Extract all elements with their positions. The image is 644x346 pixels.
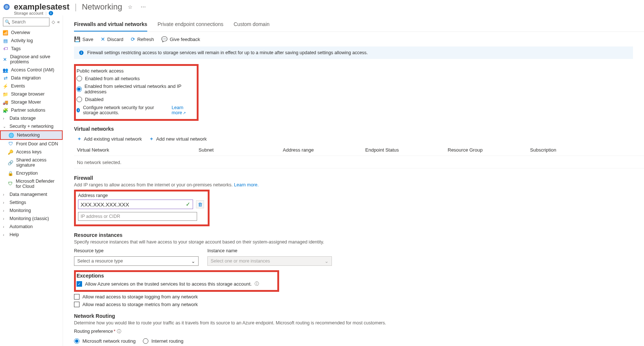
sidebar-group-data-storage[interactable]: ›Data storage bbox=[0, 114, 63, 122]
sidebar-group-monitoring-classic[interactable]: ›Monitoring (classic) bbox=[0, 215, 63, 223]
sidebar-group-data-management[interactable]: ›Data management bbox=[0, 190, 63, 198]
external-link-icon: ↗ bbox=[183, 111, 186, 115]
chevron-right-icon: › bbox=[3, 193, 7, 197]
exception-trusted-services[interactable]: ✓ Allow Azure services on the trusted se… bbox=[77, 281, 259, 287]
trash-icon: 🗑 bbox=[198, 202, 203, 207]
info-icon[interactable]: ⓘ bbox=[117, 329, 121, 334]
pna-option-selected-networks[interactable]: Enabled from selected virtual networks a… bbox=[77, 83, 193, 94]
svg-point-1 bbox=[5, 5, 8, 9]
col-subnet: Subnet bbox=[199, 147, 283, 153]
refresh-button[interactable]: ⟳Refresh bbox=[131, 36, 154, 42]
sidebar-item-access-keys[interactable]: 🔑Access keys bbox=[0, 148, 63, 156]
expand-icon[interactable]: ◇ bbox=[52, 19, 55, 25]
chevron-down-icon: ⌄ bbox=[191, 258, 195, 264]
sidebar-group-monitoring[interactable]: ›Monitoring bbox=[0, 207, 63, 215]
sidebar-item-overview[interactable]: 📶Overview bbox=[0, 29, 63, 37]
discard-button[interactable]: ✕Discard bbox=[101, 36, 123, 42]
sidebar-item-shared-access-signature[interactable]: 🔗Shared access signature bbox=[0, 156, 63, 169]
sidebar-item-tags[interactable]: 🏷Tags bbox=[0, 45, 63, 53]
sidebar-item-access-control[interactable]: 👥Access Control (IAM) bbox=[0, 66, 63, 74]
sidebar-group-settings[interactable]: ›Settings bbox=[0, 198, 63, 207]
pna-option-disabled[interactable]: Disabled bbox=[77, 97, 193, 102]
add-existing-vnet-button[interactable]: ＋Add existing virtual network bbox=[77, 135, 142, 142]
sidebar-item-activity-log[interactable]: ▤Activity log bbox=[0, 37, 63, 45]
more-actions-icon[interactable]: ⋯ bbox=[138, 4, 148, 10]
resource-name: examplesatest bbox=[14, 2, 70, 12]
pna-option-all-networks[interactable]: Enabled from all networks bbox=[77, 76, 193, 81]
info-icon[interactable]: i bbox=[49, 11, 53, 15]
sidebar-item-storage-browser[interactable]: 📁Storage browser bbox=[0, 90, 63, 98]
resource-type-label: Resource type bbox=[74, 248, 199, 253]
pna-learn-more-link[interactable]: Learn more↗ bbox=[172, 105, 193, 115]
network-routing-desc: Determine how you would like to route yo… bbox=[74, 320, 644, 325]
delete-address-button[interactable]: 🗑 bbox=[196, 200, 204, 208]
sidebar-item-data-migration[interactable]: ⇄Data migration bbox=[0, 74, 63, 82]
sidebar-item-events[interactable]: ⚡Events bbox=[0, 82, 63, 90]
sidebar-item-encryption[interactable]: 🔒Encryption bbox=[0, 169, 63, 177]
pna-title: Public network access bbox=[77, 68, 193, 74]
feedback-button[interactable]: 💬Give feedback bbox=[161, 36, 200, 42]
tab-custom-domain[interactable]: Custom domain bbox=[234, 19, 270, 31]
resource-type-dropdown[interactable]: Select a resource type ⌄ bbox=[74, 256, 199, 266]
radio-selected-icon bbox=[74, 338, 79, 344]
sidebar-group-automation[interactable]: ›Automation bbox=[0, 223, 63, 231]
info-banner-text: Firewall settings restricting access to … bbox=[87, 50, 368, 55]
discard-icon: ✕ bbox=[101, 36, 105, 42]
pna-config-text: Configure network security for your stor… bbox=[83, 105, 169, 115]
sidebar-group-help[interactable]: ›Help bbox=[0, 231, 63, 239]
sidebar-item-diagnose[interactable]: ✕Diagnose and solve problems bbox=[0, 53, 63, 66]
add-new-vnet-button[interactable]: ＋Add new virtual network bbox=[149, 135, 207, 142]
routing-internet[interactable]: Internet routing bbox=[143, 338, 183, 344]
chevron-right-icon: › bbox=[3, 217, 7, 221]
firewall-title: Firewall bbox=[74, 175, 644, 181]
chevron-down-icon: ⌄ bbox=[325, 258, 329, 264]
title-separator: | bbox=[75, 2, 77, 12]
tab-private-endpoints[interactable]: Private endpoint connections bbox=[158, 19, 223, 31]
firewall-learn-more-link[interactable]: Learn more. bbox=[234, 182, 259, 187]
resource-type-label: Storage account | i bbox=[14, 11, 644, 15]
tab-firewalls[interactable]: Firewalls and virtual networks bbox=[74, 19, 147, 31]
sidebar-item-partner-solutions[interactable]: 🧩Partner solutions bbox=[0, 106, 63, 114]
collapse-icon[interactable]: « bbox=[57, 19, 60, 25]
sidebar: 🔍 ◇ « 📶Overview ▤Activity log 🏷Tags ✕Dia… bbox=[0, 15, 63, 346]
vnet-title: Virtual networks bbox=[74, 126, 644, 132]
sidebar-item-storage-mover[interactable]: 🚚Storage Mover bbox=[0, 98, 63, 106]
address-range-input[interactable]: XXX.XXX.XXX.XXX ✓ bbox=[78, 200, 193, 209]
events-icon: ⚡ bbox=[3, 83, 8, 89]
mover-icon: 🚚 bbox=[3, 100, 8, 105]
sidebar-item-defender[interactable]: 🛡Microsoft Defender for Cloud bbox=[0, 177, 63, 190]
chevron-down-icon: ⌄ bbox=[3, 124, 7, 129]
sidebar-item-networking[interactable]: 🌐Networking bbox=[0, 130, 63, 140]
save-icon: 💾 bbox=[74, 36, 80, 42]
col-virtual-network: Virtual Network bbox=[74, 147, 199, 153]
sidebar-group-security-networking[interactable]: ⌄Security + networking bbox=[0, 122, 63, 130]
routing-microsoft[interactable]: Microsoft network routing bbox=[74, 338, 136, 344]
tabs: Firewalls and virtual networks Private e… bbox=[74, 19, 644, 32]
search-icon: 🔍 bbox=[5, 19, 10, 25]
plus-icon: ＋ bbox=[149, 135, 154, 142]
checkbox-icon bbox=[74, 302, 79, 307]
radio-icon bbox=[77, 76, 82, 81]
chevron-right-icon: › bbox=[3, 233, 7, 237]
favorite-star-icon[interactable]: ☆ bbox=[126, 4, 135, 10]
save-button[interactable]: 💾Save bbox=[74, 36, 93, 42]
exception-read-metrics[interactable]: Allow read access to storage metrics fro… bbox=[74, 302, 644, 307]
sidebar-item-front-door-cdn[interactable]: 🛡Front Door and CDN bbox=[0, 140, 63, 148]
info-icon: i bbox=[77, 108, 80, 112]
radio-icon bbox=[77, 97, 82, 102]
checkbox-icon bbox=[74, 294, 79, 300]
resource-instances-desc: Specify resource instances that will hav… bbox=[74, 239, 644, 245]
plus-icon: ＋ bbox=[77, 135, 82, 142]
address-range-placeholder-input[interactable]: IP address or CIDR bbox=[78, 212, 197, 221]
info-icon[interactable]: ⓘ bbox=[255, 281, 259, 287]
overview-icon: 📶 bbox=[3, 30, 8, 35]
instance-name-dropdown: Select one or more instances ⌄ bbox=[207, 256, 332, 266]
sidebar-search[interactable]: 🔍 bbox=[3, 18, 49, 26]
networking-icon: 🌐 bbox=[9, 133, 14, 138]
search-input[interactable] bbox=[12, 19, 48, 25]
exception-read-logging[interactable]: Allow read access to storage logging fro… bbox=[74, 294, 644, 300]
diagnose-icon: ✕ bbox=[3, 57, 7, 62]
refresh-icon: ⟳ bbox=[131, 36, 135, 42]
keys-icon: 🔑 bbox=[8, 149, 13, 155]
info-banner: i Firewall settings restricting access t… bbox=[74, 46, 633, 59]
